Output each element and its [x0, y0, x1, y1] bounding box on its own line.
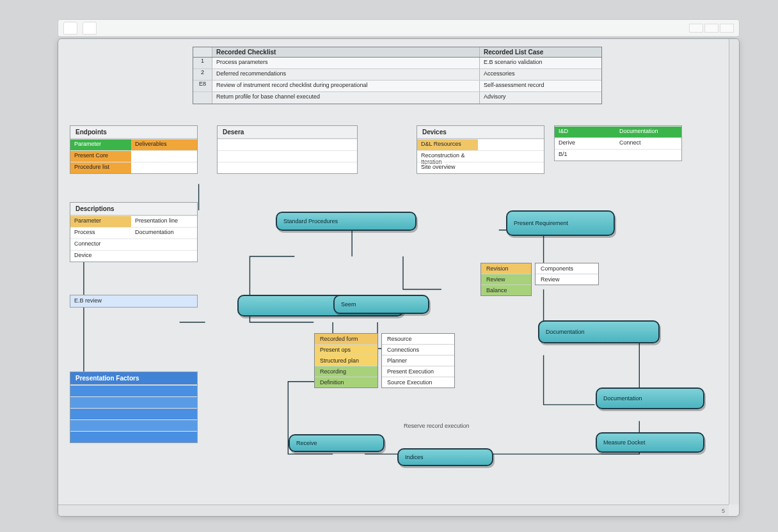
window-buttons[interactable]: [689, 24, 734, 33]
panel-review[interactable]: E.B review: [70, 295, 198, 308]
panel-presentation-factors[interactable]: Presentation Factors: [70, 372, 198, 443]
node-documentation-b[interactable]: Documentation: [596, 387, 704, 409]
horizontal-scrollbar[interactable]: 5: [58, 505, 729, 516]
panel-devices[interactable]: Devices D&L Resources Reconstruction & I…: [417, 125, 544, 174]
taglist-left[interactable]: Recorded form Present ops Structured pla…: [314, 333, 378, 388]
browser-tab[interactable]: [63, 22, 77, 35]
panel-endpoints[interactable]: Endpoints ParameterDeliverables Present …: [70, 125, 198, 174]
panel-right-secondary[interactable]: I&DDocumentation DeriveConnect B/1: [554, 125, 682, 161]
node-indices[interactable]: Indices: [397, 448, 493, 466]
browser-titlebar: [58, 19, 740, 37]
diagram-canvas[interactable]: Recorded Checklist Recorded List Case 1 …: [58, 39, 739, 516]
footer-note: Reserve record execution: [404, 423, 470, 429]
browser-tab[interactable]: [83, 22, 97, 35]
outer-statusbar: [58, 518, 740, 528]
node-present-requirement[interactable]: Present Requirement: [506, 210, 615, 236]
summary-header-name[interactable]: Recorded Checklist: [212, 47, 480, 57]
summary-header-status[interactable]: Recorded List Case: [480, 47, 601, 57]
panel-title: Presentation Factors: [70, 372, 197, 385]
panel-descriptions[interactable]: Descriptions ParameterPresentation line …: [70, 202, 198, 262]
zoom-indicator: 5: [722, 508, 725, 514]
vertical-scrollbar[interactable]: [729, 39, 739, 505]
panel-title: Descriptions: [70, 203, 197, 215]
taglist-components[interactable]: Components Review: [535, 263, 599, 285]
summary-row[interactable]: E8 Review of instrument record checklist…: [193, 81, 601, 92]
summary-row[interactable]: 1 Process parameters E.B scenario valida…: [193, 58, 601, 69]
taglist-revision[interactable]: Revision Review Balance: [480, 263, 532, 296]
node-seem[interactable]: Seem: [333, 295, 429, 314]
panel-title: Devices: [417, 126, 544, 139]
node-documentation-a[interactable]: Documentation: [538, 320, 660, 343]
application-window: Recorded Checklist Recorded List Case 1 …: [58, 38, 740, 517]
summary-header-idx: [193, 47, 212, 57]
node-measure-docket[interactable]: Measure Docket: [596, 432, 704, 453]
node-standard-procedures[interactable]: Standard Procedures: [276, 212, 417, 231]
panel-title: Desera: [218, 126, 357, 139]
summary-row[interactable]: 2 Deferred recommendations Accessories: [193, 69, 601, 81]
panel-title: Endpoints: [70, 126, 197, 139]
summary-row[interactable]: Return profile for base channel executed…: [193, 92, 601, 104]
summary-table: Recorded Checklist Recorded List Case 1 …: [193, 47, 602, 104]
panel-center[interactable]: Desera: [217, 125, 358, 174]
node-receive[interactable]: Receive: [289, 434, 385, 452]
taglist-right[interactable]: Resource Connections Planner Present Exe…: [381, 333, 455, 388]
